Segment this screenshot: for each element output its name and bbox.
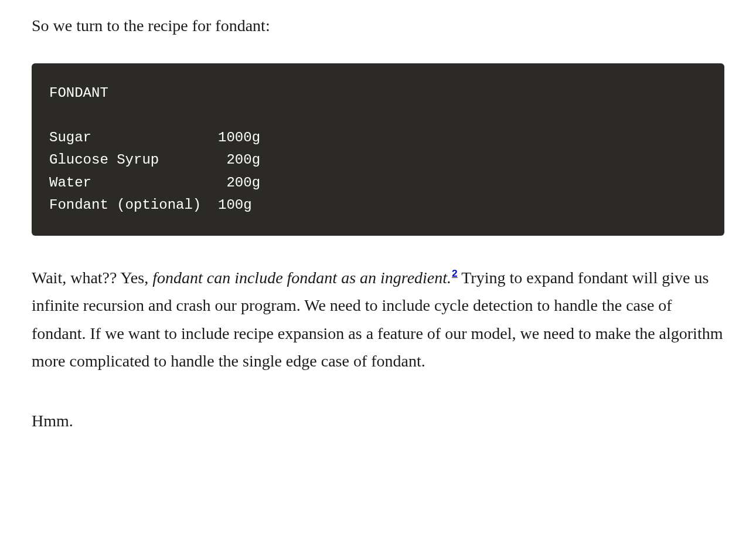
- body-paragraph: Wait, what?? Yes, fondant can include fo…: [32, 264, 724, 375]
- final-paragraph: Hmm.: [32, 407, 724, 435]
- intro-paragraph: So we turn to the recipe for fondant:: [32, 12, 724, 40]
- recipe-title: FONDANT: [49, 82, 707, 104]
- recipe-code-block: FONDANTSugar 1000gGlucose Syrup 200gWate…: [32, 63, 724, 236]
- body-emphasis-text: fondant can include fondant as an ingred…: [152, 269, 451, 287]
- body-lead-text: Wait, what?? Yes,: [32, 269, 152, 287]
- recipe-line: Water 200g: [49, 172, 707, 194]
- recipe-line: Glucose Syrup 200g: [49, 149, 707, 171]
- recipe-line: Sugar 1000g: [49, 127, 707, 149]
- recipe-line: Fondant (optional) 100g: [49, 194, 707, 216]
- footnote-link[interactable]: 2: [452, 267, 458, 279]
